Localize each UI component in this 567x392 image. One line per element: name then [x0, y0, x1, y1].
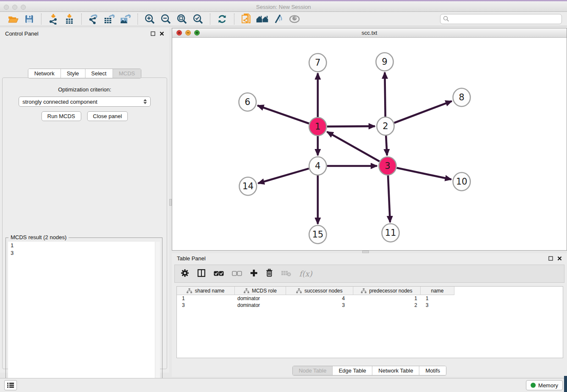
graph-node-label: 11 — [385, 228, 396, 238]
float-table-panel-icon[interactable] — [548, 256, 553, 261]
graph-node-label: 3 — [385, 161, 390, 171]
houses-button[interactable] — [254, 13, 270, 25]
column-header-successor-nodes[interactable]: successor nodes — [286, 287, 353, 295]
column-header-filler — [454, 287, 563, 295]
main-toolbar — [0, 12, 567, 26]
table-cell[interactable]: 4 — [286, 295, 353, 302]
float-panel-icon[interactable] — [151, 31, 155, 36]
save-floppy-icon — [25, 14, 34, 24]
graph-edge-1-2[interactable] — [327, 126, 375, 127]
task-history-button[interactable] — [4, 380, 17, 390]
graph-node-4[interactable]: 4 — [309, 157, 327, 175]
column-view-button[interactable] — [197, 269, 206, 279]
graph-edge-2-8[interactable] — [394, 101, 452, 123]
application-window: Session: New Session — [0, 0, 567, 392]
table-tab-node-table[interactable]: Node Table — [293, 366, 333, 375]
zoom-in-button[interactable] — [142, 13, 158, 25]
graph-node-9[interactable]: 9 — [376, 53, 394, 71]
refresh-button[interactable] — [214, 13, 230, 25]
close-table-panel-icon[interactable] — [557, 256, 562, 261]
table-settings-button[interactable] — [181, 269, 189, 279]
table-tab-motifs[interactable]: Motifs — [419, 366, 446, 375]
graph-node-1[interactable]: 1 — [309, 118, 327, 136]
search-field[interactable] — [440, 14, 562, 24]
memory-button[interactable]: Memory — [526, 380, 563, 390]
column-header-name[interactable]: name — [421, 287, 454, 295]
graph-node-7[interactable]: 7 — [309, 54, 327, 72]
graph-node-14[interactable]: 14 — [239, 177, 257, 196]
tab-network[interactable]: Network — [28, 69, 61, 78]
close-panel-icon[interactable] — [160, 31, 164, 36]
graph-node-10[interactable]: 10 — [453, 173, 471, 191]
unchecked-boxes-icon — [232, 271, 242, 276]
window-resize-grip[interactable] — [564, 376, 567, 392]
export-network-icon — [88, 14, 99, 25]
table-cell[interactable]: 1 — [421, 295, 454, 302]
search-input[interactable] — [449, 16, 559, 22]
graph-node-2[interactable]: 2 — [377, 117, 394, 135]
column-header-predecessor-nodes[interactable]: predecessor nodes — [353, 287, 421, 295]
run-mcds-button[interactable]: Run MCDS — [41, 111, 81, 121]
refresh-icon — [217, 14, 228, 25]
graph-edge-2-9[interactable] — [385, 72, 385, 117]
table-cell[interactable]: 3 — [177, 302, 235, 309]
table-cell[interactable]: 1 — [353, 295, 421, 302]
clone-network-button[interactable] — [238, 13, 254, 25]
tab-style[interactable]: Style — [61, 69, 85, 78]
hide-graphics-details-button[interactable] — [270, 13, 286, 25]
table-cell[interactable]: dominator — [235, 302, 286, 309]
eye-button[interactable] — [286, 13, 303, 25]
columns-icon — [197, 269, 206, 277]
criterion-select[interactable]: strongly connected component — [19, 97, 151, 107]
graph-node-8[interactable]: 8 — [453, 88, 471, 107]
table-tab-edge-table[interactable]: Edge Table — [332, 366, 372, 375]
network-canvas[interactable]: 7968124314101511 — [172, 38, 567, 250]
graph-node-6[interactable]: 6 — [239, 93, 256, 111]
column-type-icon — [361, 288, 366, 293]
table-tab-network-table[interactable]: Network Table — [372, 366, 419, 375]
graph-node-label: 9 — [382, 57, 387, 67]
graph-node-15[interactable]: 15 — [309, 226, 327, 244]
save-session-button[interactable] — [21, 13, 37, 25]
import-table-button[interactable] — [61, 13, 77, 25]
delete-column-button[interactable] — [266, 269, 273, 279]
close-panel-button[interactable]: Close panel — [87, 111, 128, 121]
create-column-button[interactable] — [250, 269, 258, 279]
mcds-result-text[interactable]: 13 — [8, 242, 160, 392]
table-cell[interactable]: dominator — [235, 295, 286, 302]
column-header-label: name — [431, 288, 443, 294]
graph-edge-4-14[interactable] — [258, 168, 309, 183]
zoom-fit-button[interactable] — [174, 13, 190, 25]
graph-node-3[interactable]: 3 — [379, 157, 396, 175]
graph-edge-1-6[interactable] — [258, 105, 309, 123]
export-image-button[interactable] — [118, 13, 134, 25]
graph-edge-3-11[interactable] — [388, 175, 390, 222]
export-image-icon — [119, 14, 132, 25]
table-row[interactable]: 3dominator323 — [177, 302, 563, 309]
table-row[interactable]: 1dominator411 — [177, 295, 563, 302]
tab-select[interactable]: Select — [85, 69, 113, 78]
toolbar-separator — [41, 14, 41, 25]
graph-edge-2-3[interactable] — [386, 135, 387, 155]
import-network-button[interactable] — [45, 13, 61, 25]
column-header-MCDS-role[interactable]: MCDS role — [235, 287, 286, 295]
column-header-label: MCDS role — [252, 288, 277, 294]
graph-node-11[interactable]: 11 — [382, 224, 399, 242]
table-cell[interactable]: 3 — [286, 302, 353, 309]
export-network-button[interactable] — [85, 13, 102, 25]
graph-edge-3-1[interactable] — [327, 132, 380, 161]
zoom-out-button[interactable] — [158, 13, 174, 25]
tab-mcds[interactable]: MCDS — [113, 69, 141, 78]
zoom-selected-button[interactable] — [190, 13, 206, 25]
column-header-shared-name[interactable]: shared name — [177, 287, 235, 295]
table-cell[interactable]: 1 — [177, 295, 235, 302]
table-cell[interactable]: 3 — [421, 302, 454, 309]
graph-edge-3-10[interactable] — [397, 168, 451, 179]
export-table-button[interactable] — [102, 13, 118, 25]
result-scrollbar[interactable] — [155, 242, 160, 392]
deselect-all-columns-button[interactable] — [232, 270, 242, 278]
open-session-button[interactable] — [5, 13, 21, 25]
select-all-columns-button[interactable] — [214, 270, 224, 278]
table-cell[interactable]: 2 — [353, 302, 421, 309]
import-network-icon — [48, 14, 59, 25]
